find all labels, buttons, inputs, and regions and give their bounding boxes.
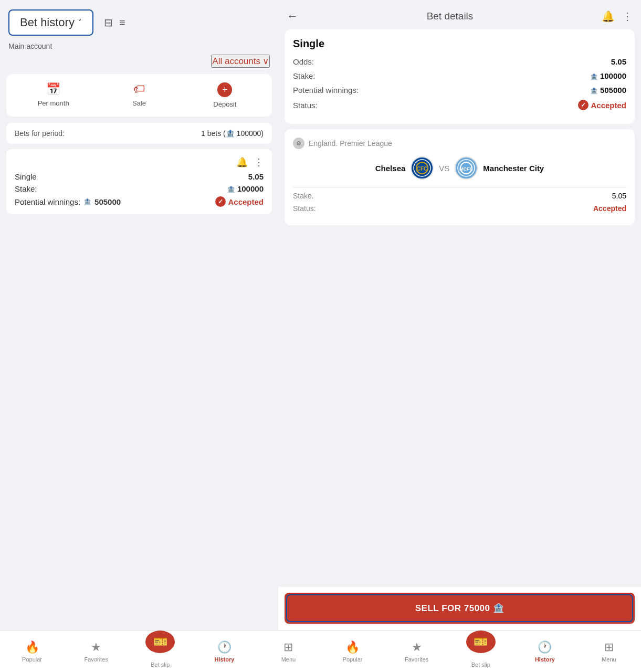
history-label-left: History bbox=[214, 656, 234, 663]
league-icon: ⚙ bbox=[293, 138, 304, 149]
potential-currency: 🏦 bbox=[83, 198, 91, 205]
nav-favorites-left[interactable]: ★ Favorites bbox=[64, 631, 128, 672]
accepted-label: Accepted bbox=[228, 197, 264, 206]
right-header-icons: 🔔 ⋮ bbox=[602, 10, 633, 23]
deposit-icon: + bbox=[217, 82, 232, 97]
sale-icon: 🏷 bbox=[133, 82, 145, 96]
filter-tabs: 📅 Per month 🏷 Sale + Deposit bbox=[6, 74, 272, 117]
nav-history-right[interactable]: 🕐 History bbox=[513, 631, 577, 672]
menu-label-left: Menu bbox=[281, 656, 296, 663]
nav-popular-left[interactable]: 🔥 Popular bbox=[0, 631, 64, 672]
detail-card: Single Odds: 5.05 Stake: 🏦 100000 Potent… bbox=[285, 29, 635, 124]
status-detail-row: Status: ✓ Accepted bbox=[293, 100, 626, 110]
match-status-value: Accepted bbox=[593, 204, 626, 213]
bet-details-title: Bet details bbox=[304, 10, 595, 22]
stake-value: 🏦 100000 bbox=[227, 184, 264, 193]
nav-bet-slip-right[interactable]: 🎫 Bet slip bbox=[449, 631, 513, 672]
popular-icon-right: 🔥 bbox=[345, 640, 360, 654]
nav-menu-left[interactable]: ⊞ Menu bbox=[256, 631, 320, 672]
currency-icon: 🏦 bbox=[227, 185, 235, 193]
more-options-icon[interactable]: ⋮ bbox=[622, 10, 633, 23]
menu-label-right: Menu bbox=[602, 656, 616, 663]
stake-detail-label: Stake: bbox=[293, 71, 316, 80]
popular-label: Popular bbox=[22, 656, 42, 663]
menu-icon-right: ⊞ bbox=[604, 640, 614, 654]
league-row: ⚙ England. Premier League bbox=[293, 138, 626, 149]
single-title: Single bbox=[293, 38, 626, 50]
left-header: Bet history ˅ ⊟ ≡ bbox=[0, 0, 278, 40]
bets-summary: Bets for period: 1 bets (🏦 100000) bbox=[6, 123, 272, 144]
list-icon[interactable]: ≡ bbox=[119, 17, 125, 29]
match-card: ⚙ England. Premier League Chelsea CFC VS bbox=[285, 129, 635, 225]
bet-slip-icon-right: 🎫 bbox=[466, 631, 496, 653]
history-icon-left: 🕐 bbox=[217, 640, 232, 654]
mancity-badge: MCFC bbox=[455, 156, 478, 180]
bell-icon[interactable]: 🔔 bbox=[236, 156, 248, 168]
bet-slip-label-left: Bet slip bbox=[151, 662, 170, 668]
svg-text:MCFC: MCFC bbox=[459, 166, 473, 172]
vs-text: VS bbox=[439, 164, 449, 173]
potential-amount: 505000 bbox=[94, 197, 121, 206]
all-accounts-chevron: ∨ bbox=[262, 56, 269, 67]
all-accounts-row: All accounts ∨ bbox=[0, 55, 278, 74]
calendar-icon: 📅 bbox=[46, 82, 60, 96]
bet-card[interactable]: 🔔 ⋮ Single 5.05 Stake: 🏦 100000 Potentia… bbox=[6, 149, 272, 214]
check-circle-icon: ✓ bbox=[215, 196, 226, 207]
odds-detail-row: Odds: 5.05 bbox=[293, 57, 626, 66]
sell-button[interactable]: SELL FOR 75000 🏦 bbox=[415, 603, 504, 614]
match-stake-row: Stake. 5.05 bbox=[293, 192, 626, 200]
favorites-icon: ★ bbox=[91, 640, 101, 654]
bet-card-header: 🔔 ⋮ bbox=[15, 156, 264, 168]
stake-detail-row: Stake: 🏦 100000 bbox=[293, 71, 626, 80]
nav-favorites-right[interactable]: ★ Favorites bbox=[385, 631, 449, 672]
potential-left: Potential winnings: 🏦 505000 bbox=[15, 197, 121, 206]
tab-sale[interactable]: 🏷 Sale bbox=[96, 80, 182, 110]
bet-history-button[interactable]: Bet history ˅ bbox=[8, 9, 93, 36]
sell-button-container: SELL FOR 75000 🏦 bbox=[285, 593, 635, 624]
status-value: Accepted bbox=[591, 101, 626, 110]
stake-currency-icon: 🏦 bbox=[590, 73, 598, 80]
filter-icon[interactable]: ⊟ bbox=[104, 16, 113, 29]
more-options-icon[interactable]: ⋮ bbox=[254, 156, 264, 168]
potential-label: Potential winnings: bbox=[15, 197, 80, 206]
chelsea-badge: CFC bbox=[411, 156, 434, 180]
chevron-down-icon: ˅ bbox=[78, 18, 82, 28]
status-badge: ✓ Accepted bbox=[578, 100, 626, 110]
stake-detail-value: 🏦 100000 bbox=[590, 71, 626, 80]
bets-period-label: Bets for period: bbox=[15, 129, 65, 138]
notification-icon[interactable]: 🔔 bbox=[602, 10, 615, 23]
nav-bet-slip-left[interactable]: 🎫 Bet slip bbox=[128, 631, 192, 672]
back-button[interactable]: ← bbox=[287, 9, 298, 23]
history-label-right: History bbox=[535, 656, 555, 663]
favorites-label: Favorites bbox=[85, 656, 108, 663]
tab-deposit[interactable]: + Deposit bbox=[182, 80, 268, 110]
all-accounts-button[interactable]: All accounts ∨ bbox=[211, 55, 270, 68]
nav-history-left[interactable]: 🕐 History bbox=[192, 631, 256, 672]
tab-deposit-label: Deposit bbox=[213, 100, 236, 108]
history-icon-right: 🕐 bbox=[538, 640, 552, 654]
tab-per-month[interactable]: 📅 Per month bbox=[10, 80, 96, 110]
nav-menu-right[interactable]: ⊞ Menu bbox=[577, 631, 641, 672]
match-status-label: Status: bbox=[293, 204, 316, 213]
stake-row: Stake: 🏦 100000 bbox=[15, 184, 264, 193]
potential-detail-row: Potential winnings: 🏦 505000 bbox=[293, 86, 626, 94]
bet-type-label: Single bbox=[15, 172, 37, 181]
potential-row: Potential winnings: 🏦 505000 ✓ Accepted bbox=[15, 196, 264, 207]
potential-detail-label: Potential winnings: bbox=[293, 86, 359, 94]
nav-popular-right[interactable]: 🔥 Popular bbox=[321, 631, 385, 672]
match-stake-label: Stake. bbox=[293, 192, 314, 200]
bet-odds-value: 5.05 bbox=[248, 172, 264, 181]
match-status-row: Status: Accepted bbox=[293, 204, 626, 213]
menu-icon-left: ⊞ bbox=[283, 640, 293, 654]
tab-per-month-label: Per month bbox=[38, 99, 69, 107]
main-account-label: Main account bbox=[0, 40, 278, 55]
accepted-badge: ✓ Accepted bbox=[215, 196, 264, 207]
team2-name: Manchester City bbox=[483, 164, 544, 173]
bet-slip-icon-left: 🎫 bbox=[145, 631, 175, 653]
match-teams: Chelsea CFC VS MCFC Manchest bbox=[293, 156, 626, 180]
favorites-icon-right: ★ bbox=[412, 640, 422, 654]
svg-text:CFC: CFC bbox=[417, 166, 428, 172]
team1-name: Chelsea bbox=[375, 164, 406, 173]
tab-sale-label: Sale bbox=[132, 99, 146, 107]
header-icons: ⊟ ≡ bbox=[104, 16, 125, 29]
